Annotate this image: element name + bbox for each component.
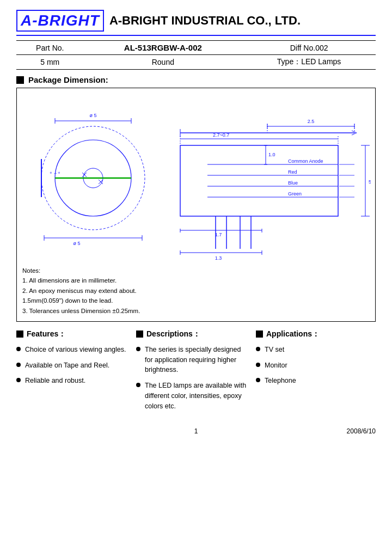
package-section-header: Package Dimension: xyxy=(16,75,376,84)
feature-item-2: Available on Tape and Reel. xyxy=(16,360,131,371)
logo: A-BRIGHT xyxy=(16,10,104,32)
svg-text:+: + xyxy=(58,170,60,175)
descriptions-header: Descriptions： xyxy=(136,329,250,339)
description-item-1: The series is specially designed for app… xyxy=(136,345,250,375)
bullet-dot-icon xyxy=(256,347,260,351)
type-label: Type：LED Lamps xyxy=(242,55,376,70)
notes-section: Notes: 1. All dimensions are in millimet… xyxy=(22,262,370,316)
application-item-3: Telephone xyxy=(256,376,370,386)
feature-item-3: Reliable and robust. xyxy=(16,376,131,386)
bullet-dot-icon xyxy=(16,378,21,382)
svg-rect-30 xyxy=(180,145,338,216)
features-header: Features： xyxy=(16,329,131,339)
bullet-dot-icon xyxy=(16,363,21,367)
feature-item-1: Choice of various viewing angles. xyxy=(16,345,131,355)
note-line-4: 3. Tolerances unless Dimension ±0.25mm. xyxy=(22,306,370,316)
note-line-3: 1.5mm(0.059") down to the lead. xyxy=(22,296,370,305)
footer: 1 2008/6/10 xyxy=(16,427,376,435)
description-text-2: The LED lamps are available with differe… xyxy=(145,381,250,411)
svg-text:ø 5: ø 5 xyxy=(89,113,96,118)
descriptions-bullet-icon xyxy=(136,330,143,338)
shape-label: Round xyxy=(84,55,243,70)
svg-text:ø 5: ø 5 xyxy=(73,241,80,246)
svg-text:1.3: 1.3 xyxy=(215,255,222,261)
bullet-dot-icon xyxy=(136,347,140,351)
logo-red: A- xyxy=(21,12,38,29)
footer-date: 2008/6/10 xyxy=(256,427,376,435)
features-title: Features： xyxy=(27,329,66,339)
descriptions-column: Descriptions： The series is specially de… xyxy=(136,329,256,417)
bullet-dot-icon xyxy=(256,378,260,382)
feature-text-1: Choice of various viewing angles. xyxy=(25,345,126,355)
svg-text:1.7: 1.7 xyxy=(215,232,222,237)
feature-text-3: Reliable and robust. xyxy=(25,376,85,386)
svg-text:2.7~0.7: 2.7~0.7 xyxy=(213,132,229,138)
bullet-dot-icon xyxy=(16,347,21,351)
application-text-3: Telephone xyxy=(265,376,296,386)
company-name: A-BRIGHT INDUSTRIAL CO., LTD. xyxy=(109,14,301,28)
svg-text:+: + xyxy=(50,170,52,175)
svg-text:1.0: 1.0 xyxy=(268,152,275,157)
diff-no: Diff No.002 xyxy=(242,41,376,55)
section-bullet-icon xyxy=(16,76,24,84)
part-no-label: Part No. xyxy=(16,41,84,55)
feature-text-2: Available on Tape and Reel. xyxy=(25,360,109,371)
features-bullet-icon xyxy=(16,330,23,338)
svg-text:5: 5 xyxy=(369,179,371,185)
svg-text:Green: Green xyxy=(288,191,302,197)
bullet-dot-icon xyxy=(136,383,140,387)
header: A-BRIGHT A-BRIGHT INDUSTRIAL CO., LTD. xyxy=(16,10,376,36)
size-label: 5 mm xyxy=(16,55,84,70)
notes-title: Notes: xyxy=(22,266,370,276)
part-no-value: AL-513RGBW-A-002 xyxy=(84,41,243,55)
note-line-2: 2. An epoxy meniscus may extend about. xyxy=(22,286,370,296)
note-line-1: 1. All dimensions are in millimeter. xyxy=(22,276,370,285)
logo-blue: BRIGHT xyxy=(38,12,100,29)
applications-bullet-icon xyxy=(256,330,263,338)
package-diagram: ø 5 ø 5 + -- + 2.5 Common Ano xyxy=(22,94,371,262)
bullet-dot-icon xyxy=(256,363,260,367)
part-info-table: Part No. AL-513RGBW-A-002 Diff No.002 5 … xyxy=(16,40,376,70)
package-section-title: Package Dimension: xyxy=(28,75,108,84)
features-column: Features： Choice of various viewing angl… xyxy=(16,329,136,417)
bottom-columns: Features： Choice of various viewing angl… xyxy=(16,329,376,417)
package-box: ø 5 ø 5 + -- + 2.5 Common Ano xyxy=(16,88,376,322)
svg-text:Red: Red xyxy=(288,169,297,175)
applications-title: Applications： xyxy=(266,329,320,339)
svg-text:2.5: 2.5 xyxy=(308,119,315,124)
application-text-2: Monitor xyxy=(265,360,287,371)
descriptions-title: Descriptions： xyxy=(146,329,200,339)
application-item-1: TV set xyxy=(256,345,370,355)
svg-text:Blue: Blue xyxy=(288,180,298,186)
application-text-1: TV set xyxy=(265,345,284,355)
applications-header: Applications： xyxy=(256,329,370,339)
application-item-2: Monitor xyxy=(256,360,370,371)
applications-column: Applications： TV set Monitor Telephone xyxy=(256,329,376,417)
description-text-1: The series is specially designed for app… xyxy=(145,345,250,375)
page-number: 1 xyxy=(136,427,256,435)
svg-text:Common Anode: Common Anode xyxy=(288,158,323,164)
svg-text:--: -- xyxy=(54,170,57,175)
description-item-2: The LED lamps are available with differe… xyxy=(136,381,250,411)
